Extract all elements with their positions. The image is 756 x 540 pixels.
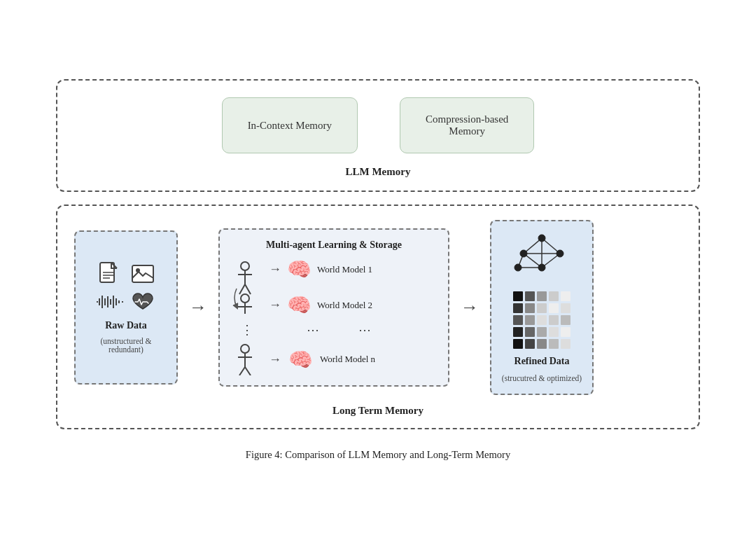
multiagent-box: Multi-agent Learning & Storage bbox=[218, 228, 449, 387]
arrow-agent2: → bbox=[269, 298, 281, 312]
brain-icon-2: 🧠 bbox=[287, 293, 312, 317]
svg-point-37 bbox=[538, 235, 545, 242]
image-icon bbox=[129, 261, 157, 286]
svg-line-28 bbox=[245, 367, 251, 375]
raw-data-sublabel: (unstructured & redundant) bbox=[100, 337, 151, 354]
arrow-multi-to-refined: → bbox=[461, 297, 479, 318]
ltm-memory-box: Raw Data (unstructured & redundant) → Mu… bbox=[56, 205, 700, 429]
document-icon bbox=[95, 261, 123, 286]
world-model-n-label: World Model n bbox=[320, 354, 375, 365]
svg-line-19 bbox=[239, 284, 245, 294]
heartbeat-icon bbox=[129, 292, 157, 312]
ltm-memory-label: Long Term Memory bbox=[332, 405, 424, 417]
ltm-inner: Raw Data (unstructured & redundant) → Mu… bbox=[74, 220, 682, 395]
refined-data-label: Refined Data bbox=[514, 356, 570, 367]
in-context-memory-card: In-Context Memory bbox=[222, 97, 358, 153]
svg-point-16 bbox=[241, 262, 249, 270]
svg-point-38 bbox=[520, 250, 527, 257]
dots-right: ⋯ bbox=[358, 321, 371, 339]
network-icon bbox=[514, 233, 570, 284]
brain-icon-n: 🧠 bbox=[288, 348, 313, 371]
arrow-raw-to-multi: → bbox=[189, 297, 207, 318]
svg-line-20 bbox=[245, 284, 251, 294]
grid-visual bbox=[513, 291, 570, 349]
agent-rows: → 🧠 World Model 1 → 🧠 World Model 2 bbox=[231, 258, 437, 375]
agent-loop-1 bbox=[231, 259, 259, 315]
raw-data-box: Raw Data (unstructured & redundant) bbox=[74, 230, 178, 385]
brain-icon-1: 🧠 bbox=[287, 258, 312, 281]
svg-rect-4 bbox=[132, 265, 153, 282]
arrow-agent1: → bbox=[269, 262, 281, 277]
compression-memory-label: Compression-based Memory bbox=[426, 113, 508, 137]
svg-point-24 bbox=[241, 345, 249, 353]
multiagent-title: Multi-agent Learning & Storage bbox=[266, 240, 402, 251]
figure-caption: Figure 4: Comparison of LLM Memory and L… bbox=[56, 449, 700, 461]
world-model-1-label: World Model 1 bbox=[317, 264, 372, 275]
audio-icon bbox=[95, 292, 123, 312]
svg-line-27 bbox=[239, 367, 245, 375]
agent-row-n: → 🧠 World Model n bbox=[231, 343, 437, 375]
llm-memory-box: In-Context Memory Compression-based Memo… bbox=[56, 79, 700, 192]
raw-data-icons bbox=[95, 261, 157, 312]
refined-data-sublabel: (strucutred & optimized) bbox=[502, 374, 582, 382]
svg-point-39 bbox=[556, 250, 564, 257]
world-model-2-label: World Model 2 bbox=[317, 300, 372, 311]
svg-point-40 bbox=[538, 264, 545, 271]
llm-memory-label: LLM Memory bbox=[346, 166, 411, 178]
svg-point-41 bbox=[514, 264, 522, 271]
svg-point-21 bbox=[241, 294, 249, 303]
llm-memory-cards: In-Context Memory Compression-based Memo… bbox=[222, 97, 535, 153]
in-context-memory-label: In-Context Memory bbox=[248, 120, 332, 132]
dots-agents: ⋮ bbox=[241, 321, 253, 339]
refined-data-box: Refined Data (strucutred & optimized) bbox=[490, 220, 594, 395]
compression-memory-card: Compression-based Memory bbox=[400, 97, 534, 153]
agent-row-dots: ⋮ ⋯ ⋯ bbox=[231, 321, 437, 339]
arrow-agent-n: → bbox=[269, 352, 281, 367]
raw-data-label: Raw Data bbox=[105, 320, 147, 331]
dots-middle: ⋯ bbox=[307, 321, 319, 339]
agent-row-1: → 🧠 World Model 1 → 🧠 World Model 2 bbox=[231, 258, 437, 317]
diagram-container: In-Context Memory Compression-based Memo… bbox=[42, 65, 714, 475]
